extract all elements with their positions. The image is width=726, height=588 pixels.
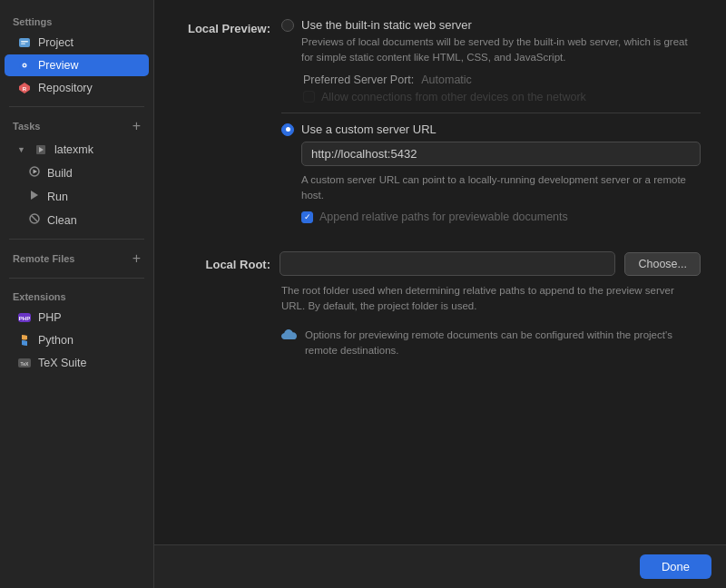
url-desc: A custom server URL can point to a local… bbox=[301, 172, 701, 204]
svg-text:PHP: PHP bbox=[19, 316, 30, 321]
remote-files-section: Remote Files + bbox=[0, 247, 153, 270]
option2-radio-row: Use a custom server URL A custom server … bbox=[281, 122, 701, 229]
project-label: Project bbox=[38, 36, 74, 49]
preferred-port-value: Automatic bbox=[421, 74, 472, 86]
clean-label: Clean bbox=[47, 214, 77, 227]
local-root-row: Local Root: Choose... bbox=[180, 251, 701, 276]
option1-radio-row: Use the built-in static web server Previ… bbox=[281, 18, 701, 66]
svg-text:TeX: TeX bbox=[21, 361, 29, 367]
local-root-desc: The root folder used when determining re… bbox=[281, 283, 701, 315]
main-content: Local Preview: Use the built-in static w… bbox=[154, 0, 726, 544]
svg-line-14 bbox=[32, 216, 37, 221]
local-preview-label: Local Preview: bbox=[188, 22, 270, 35]
php-icon: PHP bbox=[17, 310, 32, 325]
sidebar-item-tex-suite[interactable]: TeX TeX Suite bbox=[5, 352, 149, 374]
svg-marker-12 bbox=[31, 191, 38, 200]
run-icon bbox=[28, 189, 41, 204]
remote-info-row: Options for previewing remote documents … bbox=[281, 328, 701, 359]
allow-connections-label: Allow connections from other devices on … bbox=[321, 91, 586, 103]
remote-files-label: Remote Files bbox=[13, 253, 74, 264]
latexmk-icon bbox=[34, 142, 48, 157]
choose-button[interactable]: Choose... bbox=[624, 252, 701, 276]
sidebar-item-python[interactable]: Python bbox=[5, 329, 149, 351]
latexmk-label: latexmk bbox=[54, 143, 93, 156]
preview-icon bbox=[17, 58, 32, 73]
tasks-add-button[interactable]: + bbox=[132, 118, 141, 134]
done-button[interactable]: Done bbox=[640, 554, 711, 579]
append-paths-checkbox[interactable] bbox=[301, 211, 313, 223]
extensions-label: Extensions bbox=[0, 286, 153, 306]
latexmk-chevron: ▼ bbox=[17, 145, 25, 154]
sidebar-item-latexmk[interactable]: ▼ latexmk bbox=[5, 139, 149, 161]
sidebar-item-repository[interactable]: R Repository bbox=[5, 77, 149, 99]
clean-icon bbox=[28, 212, 41, 228]
custom-url-input[interactable] bbox=[301, 142, 701, 166]
run-label: Run bbox=[47, 191, 68, 203]
option2-label: Use a custom server URL bbox=[301, 122, 701, 136]
preview-label: Preview bbox=[38, 59, 78, 72]
tasks-section: Tasks + bbox=[0, 114, 153, 138]
settings-section-label: Settings bbox=[0, 11, 153, 31]
custom-server-radio[interactable] bbox=[281, 123, 294, 136]
option1-label: Use the built-in static web server bbox=[301, 18, 701, 32]
remote-files-add-button[interactable]: + bbox=[132, 250, 141, 267]
footer: Done bbox=[154, 544, 726, 588]
svg-rect-0 bbox=[19, 38, 30, 47]
svg-text:R: R bbox=[23, 86, 27, 92]
svg-rect-1 bbox=[21, 41, 28, 43]
repository-icon: R bbox=[17, 81, 32, 95]
project-icon bbox=[17, 35, 32, 50]
sidebar: Settings Project Preview bbox=[0, 0, 154, 588]
sidebar-item-build[interactable]: Build bbox=[5, 162, 149, 184]
sidebar-item-clean[interactable]: Clean bbox=[5, 209, 149, 231]
php-label: PHP bbox=[38, 311, 62, 324]
cloud-icon bbox=[281, 328, 298, 345]
python-label: Python bbox=[38, 334, 74, 347]
sidebar-item-php[interactable]: PHP PHP bbox=[5, 307, 149, 328]
append-paths-label: Append relative paths for previewable do… bbox=[319, 211, 568, 223]
tex-suite-label: TeX Suite bbox=[38, 357, 87, 369]
sidebar-item-preview[interactable]: Preview bbox=[5, 54, 149, 76]
tasks-label: Tasks bbox=[13, 121, 40, 132]
local-root-section-label: Local Root: bbox=[206, 258, 271, 271]
remote-desc: Options for previewing remote documents … bbox=[305, 328, 701, 359]
build-icon bbox=[28, 165, 41, 181]
tex-suite-icon: TeX bbox=[17, 356, 32, 370]
allow-connections-row: Allow connections from other devices on … bbox=[303, 91, 701, 103]
repository-label: Repository bbox=[38, 82, 93, 94]
allow-connections-checkbox bbox=[303, 91, 315, 103]
preferred-port-label: Preferred Server Port: bbox=[303, 74, 414, 86]
local-root-input[interactable] bbox=[280, 251, 615, 276]
append-paths-row: Append relative paths for previewable do… bbox=[301, 211, 701, 223]
build-label: Build bbox=[47, 167, 73, 180]
svg-point-5 bbox=[24, 64, 25, 66]
sidebar-item-project[interactable]: Project bbox=[5, 32, 149, 54]
option1-desc: Previews of local documents will be serv… bbox=[301, 34, 701, 66]
sidebar-item-run[interactable]: Run bbox=[5, 185, 149, 208]
svg-marker-11 bbox=[34, 170, 38, 174]
svg-rect-2 bbox=[21, 44, 25, 45]
builtin-server-radio[interactable] bbox=[281, 19, 294, 32]
python-icon bbox=[17, 333, 32, 348]
